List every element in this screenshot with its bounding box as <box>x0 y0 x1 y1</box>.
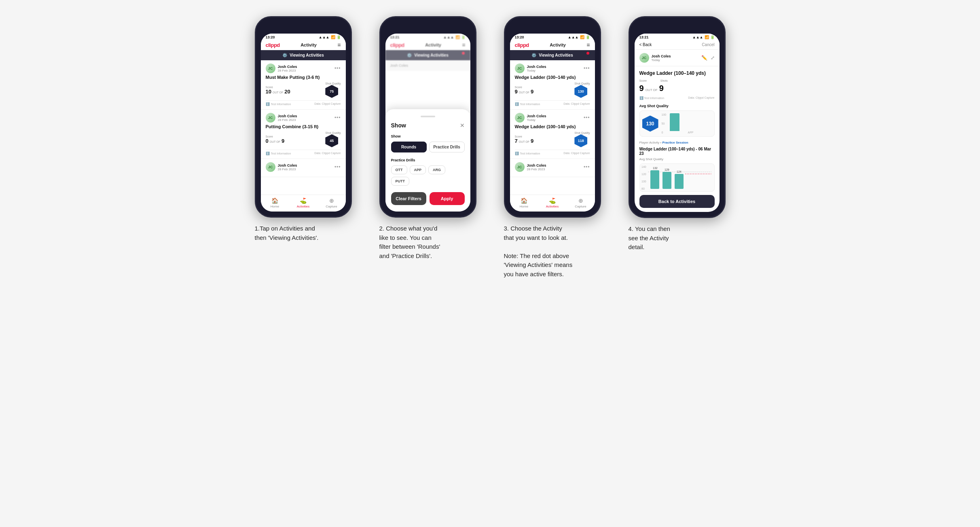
apply-btn[interactable]: Apply <box>430 192 465 205</box>
status-icons-3: ▲▲▲ 📶 🔋 <box>568 35 590 39</box>
back-to-activities-btn[interactable]: Back to Activities <box>639 195 715 208</box>
shots-val-1-1: 20 <box>284 89 290 95</box>
test-info-1-2: ℹ️ Test Information <box>266 152 291 155</box>
avatar-img-1-2: JC <box>266 113 275 123</box>
status-bar-4: 13:21 ▲▲▲ 📶 🔋 <box>635 34 720 40</box>
score-stat-1-1: Score 10 OUT OF 20 <box>266 86 290 95</box>
more-options-1-2[interactable]: ••• <box>334 115 341 121</box>
chart-bars-4 <box>670 113 712 131</box>
nav-activities-label-1: Activities <box>297 205 310 208</box>
clear-filters-btn[interactable]: Clear Filters <box>391 192 426 205</box>
menu-icon-3[interactable]: ≡ <box>586 42 590 48</box>
shots-val-1-2: 9 <box>282 138 284 144</box>
cancel-btn-4[interactable]: Cancel <box>702 42 714 47</box>
phone-notch-3 <box>534 22 571 31</box>
detail-nav-header-4: < Back Cancel <box>635 40 720 50</box>
app-logo-3: clippd <box>515 42 529 48</box>
activity-card-3-3[interactable]: JC Josh Coles 28 Feb 2023 ••• <box>510 159 595 177</box>
app-logo-2: clippd <box>390 42 404 48</box>
quality-badge-1-2: 45 <box>325 134 338 147</box>
svg-text:100: 100 <box>641 180 646 183</box>
user-date-4: Today <box>652 58 671 62</box>
user-date-1-3: 28 Feb 2023 <box>278 167 297 171</box>
more-options-3-2[interactable]: ••• <box>584 115 590 121</box>
signal-icon: ▲▲▲ <box>319 35 330 39</box>
card-footer-3-2: ℹ️ Test Information Data: Clippd Capture <box>515 150 590 155</box>
rounds-toggle[interactable]: Rounds <box>391 142 427 152</box>
drill-row: OTT APP ARG PUTT <box>391 165 465 186</box>
capture-icon-3: ⊕ <box>578 197 583 204</box>
avatar-3-3: JC <box>515 162 525 172</box>
score-val-1-1: 10 <box>266 89 271 95</box>
avatar-img-1-1: JC <box>266 63 275 73</box>
signal-icon-2: ▲▲▲ <box>443 35 454 39</box>
status-icons-1: ▲▲▲ 📶 🔋 <box>319 35 341 39</box>
blurred-card-2: Josh Coles <box>385 60 470 71</box>
phone-screen-3: 13:20 ▲▲▲ 📶 🔋 clippd Activity ≡ ⚙️ Viewi… <box>510 34 595 212</box>
detail-user-row-4: JC Josh Coles Today ✏️ ⤢ <box>635 50 720 66</box>
score-shots-row: 9 OUT OF 9 <box>639 84 715 93</box>
practice-drills-toggle[interactable]: Practice Drills <box>429 142 465 152</box>
drill-putt[interactable]: PUTT <box>391 177 410 186</box>
detail-title-section: Wedge Ladder (100–140 yds) Score Shots 9… <box>639 70 715 93</box>
score-stat-3-1: Score 9 OUT OF 9 <box>515 86 534 95</box>
red-dot-2 <box>462 52 465 55</box>
back-btn-4[interactable]: < Back <box>639 42 652 47</box>
quality-badge-3-1: 130 <box>574 85 587 98</box>
phone-notch-1 <box>285 22 322 31</box>
modal-title: Show <box>391 122 406 129</box>
activity-card-3-2[interactable]: JC Josh Coles Today ••• Wedge Ladder (10… <box>510 110 595 159</box>
time-1: 13:20 <box>266 35 275 39</box>
nav-activities-3[interactable]: ⛳ Activities <box>538 197 567 208</box>
filter-text-3: Viewing Activities <box>539 53 573 57</box>
quality-label-4: Avg Shot Quality <box>639 104 715 108</box>
drill-app[interactable]: APP <box>410 165 426 174</box>
quality-stat-3-1: Shot Quality 130 <box>574 82 590 98</box>
phone-notch-2 <box>410 22 446 31</box>
shots-big-4: 9 <box>659 84 664 93</box>
caption-3: 3. Choose the Activity that you want to … <box>504 224 601 279</box>
svg-rect-7 <box>675 174 684 189</box>
phone-frame-2: 13:21 ▲▲▲ 📶 🔋 clippd Activity ≡ ⚙️ <box>379 16 476 218</box>
nav-capture-3[interactable]: ⊕ Capture <box>567 197 595 208</box>
menu-icon-1[interactable]: ≡ <box>337 42 341 48</box>
edit-icon-4[interactable]: ✏️ <box>701 55 707 61</box>
more-options-1-3[interactable]: ••• <box>334 164 341 170</box>
drill-arg[interactable]: ARG <box>428 165 445 174</box>
card-header-1-1: JC Josh Coles 28 Feb 2023 ••• <box>266 63 341 73</box>
name-date-1-2: Josh Coles 28 Feb 2023 <box>278 114 297 122</box>
svg-text:140: 140 <box>641 165 646 168</box>
phone-col-3: 13:20 ▲▲▲ 📶 🔋 clippd Activity ≡ ⚙️ Viewi… <box>496 16 609 279</box>
status-icons-2: ▲▲▲ 📶 🔋 <box>443 35 466 39</box>
stats-row-1-1: Score 10 OUT OF 20 Shot Quality 75 <box>266 82 341 98</box>
svg-text:129: 129 <box>665 168 669 171</box>
filter-banner-3[interactable]: ⚙️ Viewing Activities <box>510 50 595 60</box>
user-name-1-3: Josh Coles <box>278 163 297 167</box>
nav-home-3[interactable]: 🏠 Home <box>510 197 538 208</box>
activity-card-3-1[interactable]: JC Josh Coles Today ••• Wedge Ladder (10… <box>510 60 595 110</box>
activity-card-1-2[interactable]: JC Josh Coles 28 Feb 2023 ••• Putting Co… <box>261 110 346 159</box>
test-info-1-1: ℹ️ Test Information <box>266 102 291 106</box>
avatar-3-1: JC <box>515 63 525 73</box>
nav-activities-1[interactable]: ⛳ Activities <box>289 197 317 208</box>
activity-card-1-1[interactable]: JC Josh Coles 28 Feb 2023 ••• Must Make … <box>261 60 346 110</box>
expand-icon-4[interactable]: ⤢ <box>711 55 715 61</box>
bottom-nav-1: 🏠 Home ⛳ Activities ⊕ Capture <box>261 195 346 212</box>
detail-user-actions-4: ✏️ ⤢ <box>701 55 715 61</box>
nav-capture-label-1: Capture <box>326 205 337 208</box>
caption-4: 4. You can then see the Activity detail. <box>629 224 726 252</box>
drill-ott[interactable]: OTT <box>391 165 407 174</box>
sub-activity-subtitle-4: Avg Shot Quality <box>639 157 715 161</box>
screen-blurred-2: 13:21 ▲▲▲ 📶 🔋 clippd Activity ≡ ⚙️ <box>385 34 470 71</box>
activity-card-1-3[interactable]: JC Josh Coles 28 Feb 2023 ••• <box>261 159 346 177</box>
nav-home-1[interactable]: 🏠 Home <box>261 197 289 208</box>
more-options-3-1[interactable]: ••• <box>584 66 590 71</box>
nav-capture-1[interactable]: ⊕ Capture <box>317 197 346 208</box>
battery-icon: 🔋 <box>337 35 341 39</box>
sub-chart-4: 140 120 100 80 132 129 <box>639 163 715 192</box>
app-title-3: Activity <box>550 42 566 47</box>
more-options-1-1[interactable]: ••• <box>334 66 341 71</box>
modal-close-btn[interactable]: ✕ <box>460 122 465 129</box>
info-icon-1-1: ℹ️ <box>266 102 270 106</box>
filter-banner-1[interactable]: ⚙️ Viewing Activities <box>261 50 346 60</box>
